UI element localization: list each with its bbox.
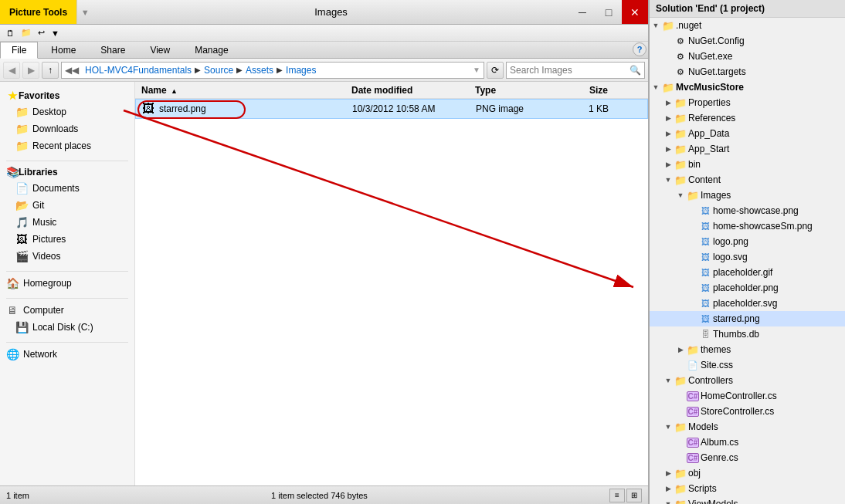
view-buttons: ≡ ⊞	[609, 489, 642, 502]
tree-icon: 🗄	[699, 328, 711, 340]
tree-item[interactable]: ▼📁Content	[650, 172, 845, 188]
file-size-cell: 1 KB	[553, 103, 615, 114]
tree-item[interactable]: 🗄Thumbs.db	[650, 326, 845, 342]
tree-item[interactable]: 🖼placeholder.svg	[650, 296, 845, 311]
file-type-cell: PNG image	[476, 103, 553, 114]
col-header-size[interactable]: Size	[552, 85, 614, 96]
tree-item[interactable]: ▼📁Images	[650, 188, 845, 203]
tree-item[interactable]: ▼📁.nuget	[650, 18, 845, 33]
tree-item[interactable]: ▶📁Scripts	[650, 481, 845, 496]
refresh-button[interactable]: ⟳	[487, 62, 504, 79]
qa-undo[interactable]: ↩	[35, 27, 48, 39]
tree-item[interactable]: ▶📁References	[650, 110, 845, 126]
tree-item[interactable]: ⚙NuGet.exe	[650, 49, 845, 64]
tree-expander	[687, 235, 699, 248]
sidebar-item-recent[interactable]: 📁 Recent places	[0, 137, 134, 154]
tree-expander: ▼	[662, 374, 674, 387]
crumb-source[interactable]: Source	[202, 65, 235, 76]
tree-item[interactable]: 🖼placeholder.gif	[650, 265, 845, 280]
sidebar-section-homegroup: 🏠 Homegroup	[0, 275, 134, 292]
sidebar-item-localdisk[interactable]: 💾 Local Disk (C:)	[0, 319, 134, 336]
tree-item[interactable]: 🖼placeholder.png	[650, 280, 845, 296]
tree-label: NuGet.targets	[688, 66, 746, 77]
tree-item[interactable]: ⚙NuGet.targets	[650, 64, 845, 79]
tree-item[interactable]: 📄Site.css	[650, 357, 845, 373]
close-button[interactable]: ✕	[622, 0, 648, 24]
tree-item[interactable]: C#HomeController.cs	[650, 388, 845, 404]
sidebar-header-favorites[interactable]: ★ Favorites	[0, 88, 134, 103]
tree-item[interactable]: ▶📁App_Start	[650, 141, 845, 157]
tree-icon: ⚙	[674, 50, 687, 63]
sidebar-item-pictures[interactable]: 🖼 Pictures	[0, 231, 134, 248]
tree-item[interactable]: C#Album.cs	[650, 435, 845, 450]
tree-label: StoreController.cs	[701, 406, 774, 417]
tab-home[interactable]: Home	[39, 42, 87, 58]
sidebar-item-downloads[interactable]: 📁 Downloads	[0, 120, 134, 137]
tree-item[interactable]: ▶📁themes	[650, 342, 845, 357]
tree-item[interactable]: 🖼logo.svg	[650, 249, 845, 265]
address-bar[interactable]: ◀◀ HOL-MVC4Fundamentals ▶ Source ▶ Asset…	[61, 62, 484, 79]
up-button[interactable]: ↑	[42, 62, 59, 79]
search-input[interactable]	[510, 65, 630, 76]
tree-expander: ▶	[662, 112, 674, 124]
tree-item[interactable]: 🖼home-showcase.png	[650, 203, 845, 218]
tree-item[interactable]: ⚙NuGet.Config	[650, 33, 845, 49]
sidebar-item-computer[interactable]: 🖥 Computer	[0, 302, 134, 319]
maximize-button[interactable]: □	[596, 0, 622, 24]
col-header-type[interactable]: Type	[475, 85, 552, 96]
tree-item[interactable]: ▼📁ViewModels	[650, 496, 845, 504]
computer-icon: 🖥	[6, 304, 19, 316]
tab-view[interactable]: View	[138, 42, 182, 58]
tab-share[interactable]: Share	[89, 42, 137, 58]
tree-label: logo.png	[713, 236, 748, 247]
crumb-images[interactable]: Images	[284, 65, 317, 76]
search-bar: 🔍	[506, 62, 645, 79]
tree-expander: ▼	[662, 421, 674, 433]
tree-label: starred.png	[713, 313, 760, 324]
sidebar-item-documents[interactable]: 📄 Documents	[0, 180, 134, 197]
sidebar-item-music[interactable]: 🎵 Music	[0, 214, 134, 231]
table-row[interactable]: 🖼 starred.png 10/3/2012 10:58 AM PNG ima…	[135, 99, 648, 119]
tree-item[interactable]: ▶📁obj	[650, 465, 845, 481]
back-button[interactable]: ◀	[3, 62, 20, 79]
tab-file[interactable]: File	[0, 42, 38, 59]
sidebar-item-git[interactable]: 📂 Git	[0, 197, 134, 214]
minimize-button[interactable]: ─	[569, 0, 596, 24]
sidebar-header-libraries[interactable]: 📚 Libraries	[0, 164, 134, 180]
tree-item[interactable]: C#Genre.cs	[650, 450, 845, 465]
forward-button[interactable]: ▶	[22, 62, 39, 79]
sidebar-item-homegroup[interactable]: 🏠 Homegroup	[0, 275, 134, 292]
tree-item[interactable]: ▼📁Controllers	[650, 373, 845, 388]
crumb-hol[interactable]: HOL-MVC4Fundamentals	[83, 65, 193, 76]
view-details-button[interactable]: ≡	[609, 489, 625, 502]
tree-item[interactable]: 🖼logo.png	[650, 234, 845, 249]
tab-manage[interactable]: Manage	[183, 42, 239, 58]
tree-item[interactable]: 🖼starred.png	[650, 311, 845, 326]
sidebar-item-desktop[interactable]: 📁 Desktop	[0, 103, 134, 120]
tree-expander	[687, 282, 699, 294]
tree-expander: ▶	[662, 143, 674, 155]
qa-new[interactable]: 🗒	[3, 28, 18, 39]
tree-icon: 🖼	[699, 205, 711, 217]
tree-item[interactable]: C#StoreController.cs	[650, 404, 845, 419]
help-button[interactable]: ?	[633, 42, 646, 56]
crumb-assets[interactable]: Assets	[244, 65, 275, 76]
qa-dropdown[interactable]: ▼	[48, 28, 63, 39]
tree-item[interactable]: ▶📁bin	[650, 157, 845, 172]
tree-item[interactable]: 🖼home-showcaseSm.png	[650, 218, 845, 234]
qa-open[interactable]: 📁	[18, 27, 35, 39]
view-large-button[interactable]: ⊞	[626, 489, 642, 502]
file-date-cell: 10/3/2012 10:58 AM	[352, 103, 476, 114]
tree-item[interactable]: ▼📁MvcMusicStore	[650, 79, 845, 95]
tree-item[interactable]: ▼📁Models	[650, 419, 845, 435]
sidebar-item-videos[interactable]: 🎬 Videos	[0, 248, 134, 265]
tree-expander	[687, 328, 699, 340]
col-header-date[interactable]: Date modified	[351, 85, 475, 96]
tree-icon: 📁	[674, 467, 687, 479]
ribbon-tabs: File Home Share View Manage ?	[0, 42, 648, 59]
sidebar-item-network[interactable]: 🌐 Network	[0, 346, 134, 363]
col-header-name[interactable]: Name ▲	[135, 85, 351, 96]
tree-icon: C#	[687, 452, 699, 464]
tree-item[interactable]: ▶📁Properties	[650, 95, 845, 110]
tree-item[interactable]: ▶📁App_Data	[650, 126, 845, 141]
